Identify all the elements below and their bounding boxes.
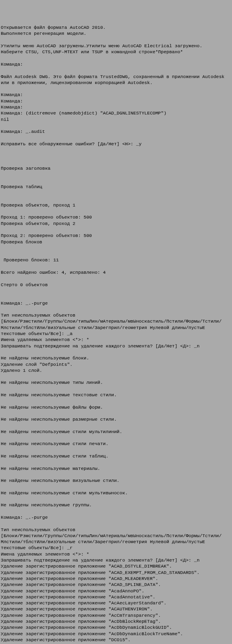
command-log-output: Открывается файл формата AutoCAD 2010. В… [0, 24, 232, 644]
